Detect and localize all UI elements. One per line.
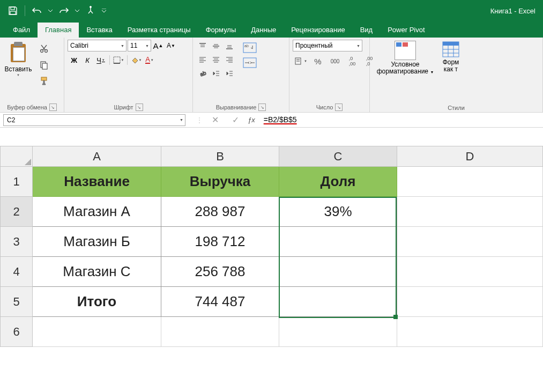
cell-D4[interactable] bbox=[397, 257, 543, 287]
cell-A6[interactable] bbox=[33, 317, 161, 347]
tab-powerpivot[interactable]: Power Pivot bbox=[380, 23, 432, 38]
paste-button[interactable]: Вставить ▼ bbox=[3, 40, 33, 77]
cell-D3[interactable] bbox=[397, 227, 543, 257]
align-bottom-button[interactable] bbox=[223, 40, 236, 53]
cell-B6[interactable] bbox=[161, 317, 279, 347]
align-center-button[interactable] bbox=[210, 53, 222, 66]
fill-color-button[interactable]: ▼ bbox=[130, 54, 143, 66]
tab-review[interactable]: Рецензирование bbox=[284, 23, 352, 38]
cell-C5[interactable] bbox=[279, 287, 397, 317]
cell-A5[interactable]: Итого bbox=[33, 287, 161, 317]
merge-center-button[interactable] bbox=[240, 56, 259, 70]
redo-dropdown[interactable] bbox=[73, 10, 81, 12]
cell-D5[interactable] bbox=[397, 287, 543, 317]
formula-input[interactable]: =B2/$B$5 bbox=[264, 115, 297, 124]
tab-view[interactable]: Вид bbox=[353, 23, 381, 38]
increase-font-button[interactable]: A▲ bbox=[152, 40, 164, 51]
cell-B2[interactable]: 288 987 bbox=[161, 197, 279, 227]
align-top-button[interactable] bbox=[196, 40, 209, 53]
name-box[interactable]: C2▼ bbox=[3, 114, 185, 126]
number-format-select[interactable]: Процентный▼ bbox=[293, 40, 362, 51]
tab-layout[interactable]: Разметка страницы bbox=[120, 23, 198, 38]
clipboard-launcher[interactable]: ↘ bbox=[49, 103, 57, 111]
select-all-corner[interactable] bbox=[1, 146, 33, 167]
col-header-A[interactable]: A bbox=[33, 146, 161, 167]
tab-insert[interactable]: Вставка bbox=[79, 23, 120, 38]
quick-access-toolbar bbox=[3, 2, 108, 19]
row-header-2[interactable]: 2 bbox=[1, 197, 33, 227]
align-left-button[interactable] bbox=[196, 53, 209, 66]
orientation-button[interactable]: ab bbox=[196, 67, 209, 80]
cut-button[interactable] bbox=[36, 42, 51, 56]
tab-file[interactable]: Файл bbox=[5, 23, 38, 38]
group-label-clipboard: Буфер обмена bbox=[7, 104, 47, 110]
cell-C6[interactable] bbox=[279, 317, 397, 347]
row-header-6[interactable]: 6 bbox=[1, 317, 33, 347]
cell-A1[interactable]: Название bbox=[33, 167, 161, 197]
format-painter-button[interactable] bbox=[36, 74, 51, 88]
cancel-formula-button[interactable]: ✕ bbox=[207, 115, 223, 125]
accounting-format-button[interactable]: ▼ bbox=[293, 55, 309, 68]
col-header-D[interactable]: D bbox=[397, 146, 543, 167]
cell-C4[interactable] bbox=[279, 257, 397, 287]
font-name-select[interactable]: Calibri▼ bbox=[68, 40, 127, 51]
enter-formula-button[interactable]: ✓ bbox=[227, 115, 243, 125]
save-button[interactable] bbox=[3, 2, 23, 19]
increase-decimal-button[interactable]: ,0,00 bbox=[344, 55, 360, 68]
svg-text:ab: ab bbox=[199, 70, 206, 77]
tab-formulas[interactable]: Формулы bbox=[198, 23, 244, 38]
cell-A2[interactable]: Магазин А bbox=[33, 197, 161, 227]
cell-B4[interactable]: 256 788 bbox=[161, 257, 279, 287]
cells-grid[interactable]: A B C D 1 Название Выручка Доля 2 Магази… bbox=[0, 146, 543, 347]
decrease-font-button[interactable]: A▼ bbox=[165, 40, 177, 51]
font-color-button[interactable]: A▼ bbox=[143, 54, 156, 66]
cell-C2[interactable]: 39% bbox=[279, 197, 397, 227]
cell-C1[interactable]: Доля bbox=[279, 167, 397, 197]
bold-button[interactable]: Ж bbox=[68, 54, 80, 66]
tab-data[interactable]: Данные bbox=[243, 23, 284, 38]
undo-dropdown[interactable] bbox=[47, 10, 54, 12]
tab-home[interactable]: Главная bbox=[38, 23, 79, 38]
fx-icon[interactable]: ƒx bbox=[248, 116, 255, 124]
increase-indent-button[interactable] bbox=[223, 67, 236, 80]
chevron-down-icon: ▼ bbox=[121, 44, 124, 48]
decrease-indent-button[interactable] bbox=[210, 67, 222, 80]
row-header-1[interactable]: 1 bbox=[1, 167, 33, 197]
cell-A3[interactable]: Магазин Б bbox=[33, 227, 161, 257]
paste-icon bbox=[8, 41, 29, 64]
row-header-3[interactable]: 3 bbox=[1, 227, 33, 257]
touch-mode-button[interactable] bbox=[81, 2, 100, 19]
percent-format-button[interactable]: % bbox=[310, 55, 326, 68]
qat-customize[interactable] bbox=[100, 9, 108, 13]
font-size-select[interactable]: 11▼ bbox=[128, 40, 151, 51]
format-as-table-button[interactable]: Формкак т bbox=[437, 40, 464, 73]
number-launcher[interactable]: ↘ bbox=[335, 103, 343, 111]
borders-button[interactable]: ▼ bbox=[112, 54, 125, 66]
italic-button[interactable]: К bbox=[81, 54, 94, 66]
row-header-5[interactable]: 5 bbox=[1, 287, 33, 317]
cell-C3[interactable] bbox=[279, 227, 397, 257]
align-middle-button[interactable] bbox=[210, 40, 222, 53]
alignment-launcher[interactable]: ↘ bbox=[258, 103, 266, 111]
redo-button[interactable] bbox=[54, 2, 73, 19]
underline-button[interactable]: Ч▼ bbox=[94, 54, 107, 66]
cell-D2[interactable] bbox=[397, 197, 543, 227]
cell-B5[interactable]: 744 487 bbox=[161, 287, 279, 317]
cell-D1[interactable] bbox=[397, 167, 543, 197]
cell-D6[interactable] bbox=[397, 317, 543, 347]
cell-A4[interactable]: Магазин С bbox=[33, 257, 161, 287]
col-header-B[interactable]: B bbox=[161, 146, 279, 167]
align-right-button[interactable] bbox=[223, 53, 236, 66]
row-header-4[interactable]: 4 bbox=[1, 257, 33, 287]
col-header-C[interactable]: C bbox=[279, 146, 397, 167]
copy-button[interactable] bbox=[36, 58, 51, 72]
wrap-text-button[interactable]: ab bbox=[240, 41, 259, 55]
cell-B3[interactable]: 198 712 bbox=[161, 227, 279, 257]
font-launcher[interactable]: ↘ bbox=[136, 103, 143, 111]
cell-B1[interactable]: Выручка bbox=[161, 167, 279, 197]
comma-format-button[interactable]: 000 bbox=[327, 55, 343, 68]
ribbon: Вставить ▼ Буфер обмена ↘ Calibri▼ 11 bbox=[0, 38, 543, 113]
svg-rect-8 bbox=[114, 57, 120, 63]
conditional-formatting-button[interactable]: Условноеформатирование ▼ bbox=[373, 40, 437, 76]
undo-button[interactable] bbox=[27, 2, 47, 19]
